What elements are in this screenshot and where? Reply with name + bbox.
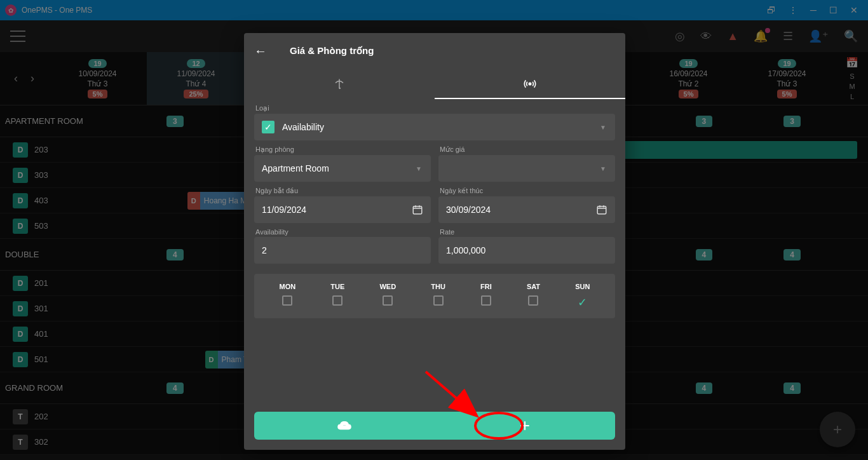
check-icon: ✓ (578, 295, 587, 309)
check-icon: ✓ (262, 121, 275, 133)
chevron-down-icon: ▼ (600, 165, 606, 172)
chevron-down-icon: ▼ (416, 165, 422, 172)
avail-value: 2 (262, 245, 267, 255)
day-toggle[interactable]: WED (379, 283, 396, 309)
day-name: TUE (330, 283, 344, 290)
checkbox-icon (481, 295, 491, 306)
checkbox-icon (332, 295, 342, 306)
avail-label: Availability (254, 228, 431, 236)
checkbox-icon (433, 295, 444, 306)
tab-umbrella[interactable] (244, 69, 435, 99)
day-name: SAT (527, 283, 540, 290)
rate-level-label: Mức giá (438, 145, 615, 154)
day-name: WED (379, 283, 396, 290)
end-date-input[interactable]: 30/09/2024 (438, 196, 615, 223)
day-name: THU (431, 283, 445, 290)
rate-availability-modal: ← Giá & Phòng trống Loại ✓ Availability … (244, 33, 625, 450)
end-date-value: 30/09/2024 (446, 205, 491, 215)
calendar-icon (596, 204, 607, 215)
tab-broadcast[interactable] (435, 69, 625, 99)
svg-point-0 (529, 83, 531, 85)
day-name: FRI (480, 283, 492, 290)
start-date-label: Ngày bắt đầu (254, 187, 431, 195)
days-selector: MONTUEWEDTHUFRISATSUN✓ (254, 274, 615, 318)
room-cat-select[interactable]: Apartment Room ▼ (254, 155, 431, 182)
day-toggle[interactable]: TUE (330, 283, 344, 309)
end-date-label: Ngày kết thúc (438, 187, 615, 195)
chevron-down-icon: ▼ (600, 124, 606, 131)
modal-action-bar (254, 412, 615, 440)
type-value: Availability (282, 122, 324, 132)
add-button[interactable] (435, 412, 615, 440)
modal-title: Giá & Phòng trống (290, 45, 374, 57)
calendar-icon (412, 204, 423, 215)
upload-button[interactable] (254, 412, 435, 440)
day-name: MON (280, 283, 296, 290)
day-toggle[interactable]: FRI (480, 283, 492, 309)
rate-value: 1,000,000 (446, 245, 485, 255)
svg-rect-1 (413, 206, 422, 214)
checkbox-icon (282, 295, 292, 306)
rate-input[interactable]: 1,000,000 (438, 237, 615, 264)
day-toggle[interactable]: THU (431, 283, 445, 309)
back-icon[interactable]: ← (254, 44, 267, 58)
day-toggle[interactable]: MON (280, 283, 296, 309)
rate-label: Rate (438, 228, 615, 236)
type-select[interactable]: ✓ Availability ▼ (254, 114, 615, 140)
start-date-input[interactable]: 11/09/2024 (254, 196, 431, 223)
start-date-value: 11/09/2024 (262, 205, 306, 215)
day-toggle[interactable]: SAT (527, 283, 540, 309)
room-cat-label: Hạng phòng (254, 145, 431, 154)
checkbox-icon (383, 295, 393, 306)
rate-level-select[interactable]: ▼ (438, 155, 615, 182)
day-name: SUN (575, 283, 590, 290)
svg-rect-2 (597, 206, 606, 214)
room-cat-value: Apartment Room (262, 163, 329, 173)
checkbox-icon (528, 295, 538, 306)
type-label: Loại (254, 104, 615, 112)
day-toggle[interactable]: SUN✓ (575, 283, 590, 309)
avail-input[interactable]: 2 (254, 237, 431, 264)
